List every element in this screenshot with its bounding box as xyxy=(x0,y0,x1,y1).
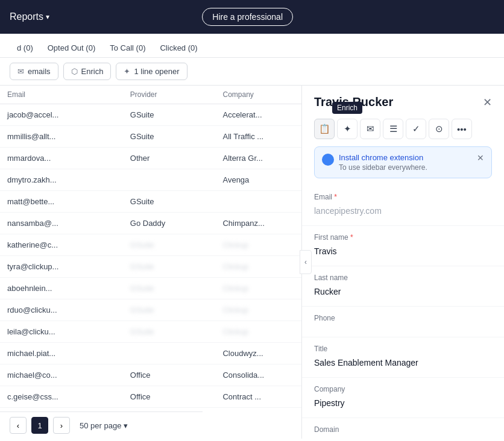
field-group-domain: Domainpipestry.com xyxy=(302,418,504,439)
col-email[interactable]: Email xyxy=(0,86,123,104)
cell-provider: Office xyxy=(123,386,216,408)
cell-provider: GSuite xyxy=(123,299,216,321)
side-panel: Travis Rucker ✕ 📋 Enrich ✦ ✉ ☰ ✓ ⊙ ••• I… xyxy=(301,86,504,439)
cell-email: mmillis@allt... xyxy=(0,126,123,148)
per-page-selector[interactable]: 50 per page ▾ xyxy=(80,421,128,430)
col-provider[interactable]: Provider xyxy=(123,86,216,104)
email-icon: ✉ xyxy=(17,67,24,76)
prev-page-button[interactable]: ‹ xyxy=(10,417,27,434)
cell-provider: GSuite xyxy=(123,234,216,256)
pagination: ‹ 1 › 50 per page ▾ xyxy=(0,411,203,439)
panel-icon-link[interactable]: ⊙ xyxy=(429,119,449,139)
field-group-email: Email *lancepipestry.com xyxy=(302,186,504,226)
panel-fields: Email *lancepipestry.comFirst name *Trav… xyxy=(302,186,504,439)
panel-icon-clipboard[interactable]: 📋 xyxy=(314,119,335,139)
field-group-title: TitleSales Enablement Manager xyxy=(302,337,504,378)
tabs-row: d (0) Opted Out (0) To Call (0) Clicked … xyxy=(0,34,504,58)
field-group-first-name: First name *Travis xyxy=(302,226,504,266)
field-value-4: Sales Enablement Manager xyxy=(314,355,492,370)
reports-label: Reports xyxy=(10,11,43,22)
field-label-0: Email * xyxy=(314,193,492,201)
cell-provider xyxy=(123,343,216,364)
cell-email: michael.piat... xyxy=(0,343,123,364)
current-page-button[interactable]: 1 xyxy=(31,417,48,434)
panel-icon-send[interactable]: ✉ xyxy=(360,119,380,139)
panel-icon-enrich[interactable]: ✦ xyxy=(337,119,358,139)
cell-provider: GSuite xyxy=(123,256,216,278)
cell-email: c.geise@css... xyxy=(0,386,123,408)
cell-provider: Go Daddy xyxy=(123,213,216,234)
per-page-chevron-icon: ▾ xyxy=(124,421,128,430)
tab-clicked[interactable]: Clicked (0) xyxy=(153,39,204,57)
cell-email: michael@co... xyxy=(0,364,123,386)
per-page-label: 50 per page xyxy=(80,421,121,430)
chrome-banner-text: Install chrome extension To use sidebar … xyxy=(339,153,472,172)
field-group-last-name: Last nameRucker xyxy=(302,266,504,307)
panel-icon-more[interactable]: ••• xyxy=(452,119,472,139)
field-label-3: Phone xyxy=(314,314,492,322)
panel-icons-row: 📋 Enrich ✦ ✉ ☰ ✓ ⊙ ••• xyxy=(302,119,504,146)
panel-icon-list[interactable]: ☰ xyxy=(383,119,403,139)
field-group-company: CompanyPipestry xyxy=(302,378,504,418)
chrome-banner-title[interactable]: Install chrome extension xyxy=(339,153,472,162)
field-value-2: Rucker xyxy=(314,284,492,299)
cell-email: matt@bette... xyxy=(0,191,123,213)
main-layout: Email Provider Company Domain ↑ Company … xyxy=(0,86,504,439)
chrome-icon xyxy=(322,154,334,166)
line-opener-button[interactable]: ✦ 1 line opener xyxy=(116,63,187,80)
cell-email: tyra@clickup... xyxy=(0,256,123,278)
field-value-0: lancepipestry.com xyxy=(314,204,492,218)
field-value-3 xyxy=(314,325,492,330)
cell-email: dmytro.zakh... xyxy=(0,169,123,191)
cell-provider: GSuite xyxy=(123,321,216,343)
tab-to-call[interactable]: To Call (0) xyxy=(102,39,153,57)
emails-button[interactable]: ✉ emails xyxy=(10,63,58,80)
cell-email: nansamba@... xyxy=(0,213,123,234)
chrome-extension-banner: Install chrome extension To use sidebar … xyxy=(314,146,492,178)
cell-email: katherine@c... xyxy=(0,234,123,256)
tab-opted-out[interactable]: Opted Out (0) xyxy=(40,39,102,57)
collapse-panel-button[interactable]: ‹ xyxy=(300,250,312,274)
sparkle-icon: ✦ xyxy=(124,67,130,76)
field-value-1: Travis xyxy=(314,244,492,258)
panel-icon-check[interactable]: ✓ xyxy=(406,119,426,139)
app-header: Reports ▾ Hire a professional xyxy=(0,0,504,34)
cell-provider xyxy=(123,169,216,191)
next-page-button[interactable]: › xyxy=(53,417,70,434)
emails-label: emails xyxy=(28,67,51,76)
hire-professional-button[interactable]: Hire a professional xyxy=(202,8,293,26)
enrich-icon: ⬡ xyxy=(71,67,78,76)
cell-email: aboehnlein... xyxy=(0,278,123,299)
field-value-6[interactable]: pipestry.com xyxy=(314,436,492,439)
cell-email: leila@clicku... xyxy=(0,321,123,343)
cell-provider: Other xyxy=(123,148,216,169)
enrich-button[interactable]: ⬡ Enrich xyxy=(63,63,112,80)
tab-d[interactable]: d (0) xyxy=(10,39,40,57)
field-group-phone: Phone xyxy=(302,307,504,337)
cell-provider: Office xyxy=(123,364,216,386)
cell-provider: GSuite xyxy=(123,278,216,299)
chevron-down-icon: ▾ xyxy=(46,13,49,21)
field-label-2: Last name xyxy=(314,274,492,282)
cell-provider: GSuite xyxy=(123,126,216,148)
field-label-1: First name * xyxy=(314,233,492,242)
cell-provider: GSuite xyxy=(123,191,216,213)
close-panel-button[interactable]: ✕ xyxy=(483,96,492,109)
cell-email: jacob@accel... xyxy=(0,104,123,126)
cell-email: rduo@clicku... xyxy=(0,299,123,321)
chrome-banner-subtitle: To use sidebar everywhere. xyxy=(339,163,472,172)
chrome-banner-close-button[interactable]: ✕ xyxy=(477,153,484,163)
toolbar: ✉ emails ⬡ Enrich ✦ 1 line opener xyxy=(0,58,504,86)
cell-email: mmardova... xyxy=(0,148,123,169)
enrich-tooltip-container: Enrich ✦ xyxy=(337,119,358,139)
field-label-4: Title xyxy=(314,345,492,353)
cell-provider: GSuite xyxy=(123,104,216,126)
field-label-5: Company xyxy=(314,385,492,393)
field-label-6: Domain xyxy=(314,425,492,434)
line-opener-label: 1 line opener xyxy=(134,67,179,76)
enrich-label: Enrich xyxy=(81,67,104,76)
reports-menu[interactable]: Reports ▾ xyxy=(10,11,49,22)
enrich-tooltip-label: Enrich xyxy=(332,102,362,114)
field-value-5: Pipestry xyxy=(314,396,492,410)
